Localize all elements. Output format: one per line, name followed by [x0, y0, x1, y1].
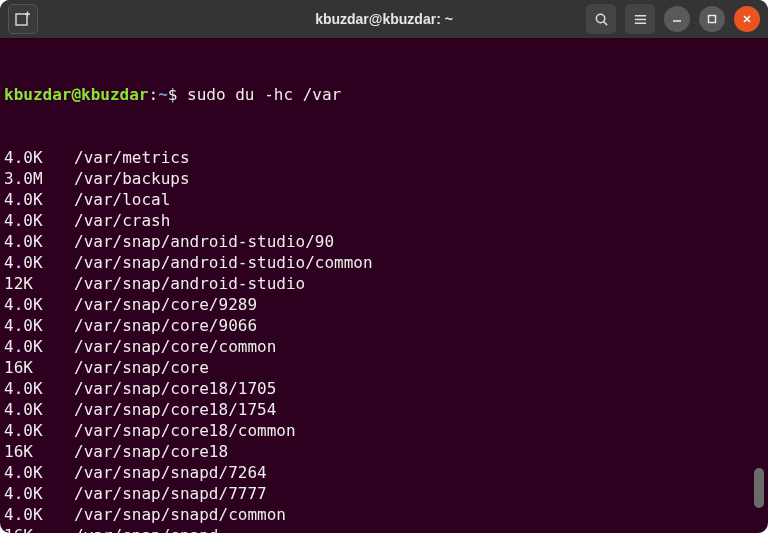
output-row: 3.0M/var/backups	[4, 168, 762, 189]
output-row: 4.0K/var/metrics	[4, 147, 762, 168]
output-container: 4.0K/var/metrics3.0M/var/backups4.0K/var…	[4, 147, 762, 533]
path-value: /var/snap/snapd	[74, 525, 219, 533]
terminal-body[interactable]: kbuzdar@kbuzdar:~$ sudo du -hc /var 4.0K…	[0, 38, 768, 533]
path-value: /var/snap/android-studio/common	[74, 252, 373, 273]
close-icon	[741, 13, 753, 25]
path-value: /var/snap/android-studio/90	[74, 231, 334, 252]
path-value: /var/snap/snapd/7264	[74, 462, 267, 483]
size-value: 16K	[4, 357, 74, 378]
size-value: 12K	[4, 273, 74, 294]
titlebar: kbuzdar@kbuzdar: ~	[0, 0, 768, 38]
prompt-separator: :	[149, 85, 159, 104]
minimize-button[interactable]	[664, 6, 690, 32]
minimize-icon	[671, 13, 683, 25]
output-row: 4.0K/var/snap/core/9289	[4, 294, 762, 315]
output-row: 4.0K/var/snap/android-studio/90	[4, 231, 762, 252]
maximize-button[interactable]	[699, 6, 725, 32]
path-value: /var/snap/core18/common	[74, 420, 296, 441]
size-value: 4.0K	[4, 315, 74, 336]
size-value: 4.0K	[4, 420, 74, 441]
menu-button[interactable]	[625, 4, 655, 34]
output-row: 4.0K/var/snap/snapd/common	[4, 504, 762, 525]
path-value: /var/metrics	[74, 147, 190, 168]
terminal-window: kbuzdar@kbuzdar: ~ kbuzdar@kbuzdar:~$ su…	[0, 0, 768, 533]
path-value: /var/snap/core/9289	[74, 294, 257, 315]
output-row: 4.0K/var/snap/core/9066	[4, 315, 762, 336]
size-value: 4.0K	[4, 294, 74, 315]
svg-rect-0	[16, 14, 27, 25]
size-value: 4.0K	[4, 231, 74, 252]
prompt-sigil: $	[168, 85, 178, 104]
output-row: 4.0K/var/snap/core18/1754	[4, 399, 762, 420]
path-value: /var/snap/core/common	[74, 336, 276, 357]
scrollbar-track[interactable]	[754, 38, 764, 527]
size-value: 16K	[4, 525, 74, 533]
size-value: 4.0K	[4, 483, 74, 504]
hamburger-icon	[633, 12, 648, 27]
path-value: /var/snap/core18/1754	[74, 399, 276, 420]
size-value: 4.0K	[4, 462, 74, 483]
output-row: 16K/var/snap/snapd	[4, 525, 762, 533]
prompt-line: kbuzdar@kbuzdar:~$ sudo du -hc /var	[4, 84, 762, 105]
path-value: /var/snap/core18/1705	[74, 378, 276, 399]
path-value: /var/snap/core18	[74, 441, 228, 462]
size-value: 4.0K	[4, 147, 74, 168]
path-value: /var/local	[74, 189, 170, 210]
output-row: 4.0K/var/snap/core18/common	[4, 420, 762, 441]
size-value: 4.0K	[4, 378, 74, 399]
size-value: 4.0K	[4, 336, 74, 357]
command-text: sudo du -hc /var	[177, 85, 341, 104]
path-value: /var/snap/snapd/common	[74, 504, 286, 525]
new-tab-icon	[15, 11, 31, 27]
new-tab-button[interactable]	[8, 4, 38, 34]
output-row: 4.0K/var/snap/core/common	[4, 336, 762, 357]
path-value: /var/snap/android-studio	[74, 273, 305, 294]
scrollbar-thumb[interactable]	[754, 468, 764, 508]
path-value: /var/snap/snapd/7777	[74, 483, 267, 504]
svg-rect-9	[709, 16, 716, 23]
size-value: 4.0K	[4, 504, 74, 525]
size-value: 4.0K	[4, 189, 74, 210]
close-button[interactable]	[734, 6, 760, 32]
path-value: /var/snap/core	[74, 357, 209, 378]
size-value: 4.0K	[4, 252, 74, 273]
size-value: 4.0K	[4, 210, 74, 231]
search-button[interactable]	[586, 4, 616, 34]
path-value: /var/backups	[74, 168, 190, 189]
output-row: 4.0K/var/snap/core18/1705	[4, 378, 762, 399]
search-icon	[594, 12, 609, 27]
prompt-path: ~	[158, 85, 168, 104]
output-row: 4.0K/var/crash	[4, 210, 762, 231]
size-value: 4.0K	[4, 399, 74, 420]
prompt-user-host: kbuzdar@kbuzdar	[4, 85, 149, 104]
svg-point-3	[596, 14, 604, 22]
output-row: 4.0K/var/local	[4, 189, 762, 210]
path-value: /var/snap/core/9066	[74, 315, 257, 336]
svg-line-4	[603, 21, 606, 24]
output-row: 4.0K/var/snap/android-studio/common	[4, 252, 762, 273]
output-row: 4.0K/var/snap/snapd/7777	[4, 483, 762, 504]
output-row: 12K/var/snap/android-studio	[4, 273, 762, 294]
maximize-icon	[706, 13, 718, 25]
size-value: 16K	[4, 441, 74, 462]
output-row: 16K/var/snap/core	[4, 357, 762, 378]
size-value: 3.0M	[4, 168, 74, 189]
path-value: /var/crash	[74, 210, 170, 231]
output-row: 16K/var/snap/core18	[4, 441, 762, 462]
output-row: 4.0K/var/snap/snapd/7264	[4, 462, 762, 483]
